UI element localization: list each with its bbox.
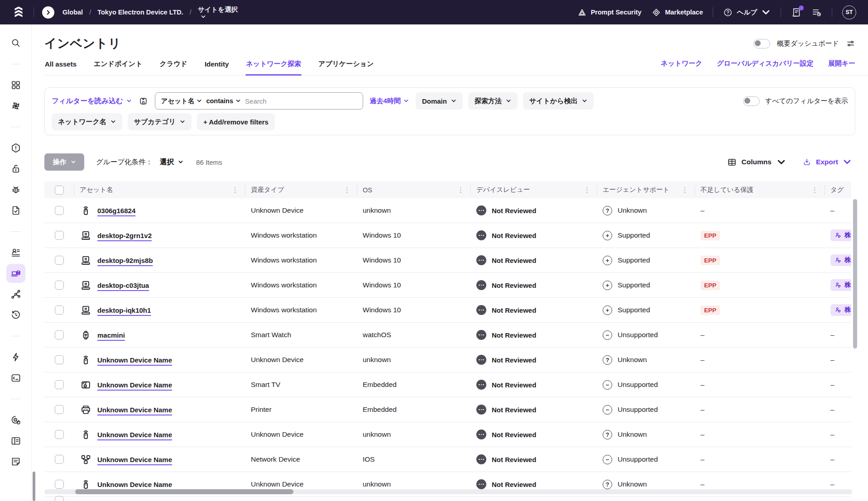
actions-button[interactable]: 操作	[44, 153, 84, 171]
column-menu-kebab-icon[interactable]: ⋮	[231, 186, 240, 193]
sidebar-item-hexalert[interactable]	[6, 138, 25, 157]
row-checkbox[interactable]	[55, 330, 64, 339]
user-avatar[interactable]: ST	[842, 5, 856, 19]
help-menu[interactable]: ヘルプ	[723, 8, 771, 17]
row-checkbox[interactable]	[55, 281, 64, 290]
row-checkbox[interactable]	[55, 496, 64, 501]
quick-link[interactable]: ネットワーク	[661, 59, 702, 68]
prompt-security-button[interactable]: Prompt Security	[577, 8, 642, 17]
horizontal-scrollbar[interactable]	[44, 489, 852, 494]
asset-name-link[interactable]: desktop-2grn1v2	[97, 232, 152, 239]
sidebar-item-history[interactable]	[6, 305, 25, 324]
page-settings-button[interactable]	[846, 39, 855, 48]
app-logo-icon[interactable]	[12, 5, 25, 19]
add-remove-filters-button[interactable]: + Add/remove filters	[197, 113, 275, 130]
search-input[interactable]	[245, 97, 357, 105]
sidebar-item-inventory[interactable]	[6, 264, 25, 283]
sidebar-item-network[interactable]	[6, 285, 25, 304]
asset-name-link[interactable]: desktop-92mjs8b	[97, 257, 153, 264]
quick-link[interactable]: 展開キー	[828, 59, 855, 68]
sidebar-item-search[interactable]	[6, 33, 25, 52]
tag-chip[interactable]: 株	[830, 254, 851, 266]
activity-log-button[interactable]	[811, 7, 822, 18]
load-filter-dropdown[interactable]: フィルターを読み込む	[52, 96, 132, 106]
sidebar-item-grid[interactable]	[6, 76, 25, 95]
filter-chip-サイトから検出[interactable]: サイトから検出	[523, 92, 594, 110]
asset-name-link[interactable]: Unknown Device Name	[97, 481, 172, 488]
device-review-link[interactable]: Not Reviewed	[492, 356, 536, 364]
overview-dashboard-toggle[interactable]	[753, 39, 770, 48]
asset-name-link[interactable]: Unknown Device Name	[97, 456, 172, 463]
export-button[interactable]: Export	[802, 157, 852, 167]
device-review-link[interactable]: Not Reviewed	[492, 481, 536, 488]
row-checkbox[interactable]	[55, 380, 64, 389]
asset-name-link[interactable]: Unknown Device Name	[97, 356, 172, 364]
columns-button[interactable]: Columns	[727, 157, 786, 167]
device-review-link[interactable]: Not Reviewed	[492, 257, 536, 264]
device-review-link[interactable]: Not Reviewed	[492, 406, 536, 414]
asset-name-link[interactable]: Unknown Device Name	[97, 406, 172, 414]
filter-chip-ネットワーク名[interactable]: ネットワーク名	[52, 113, 122, 130]
sidebar-item-radar[interactable]	[6, 410, 25, 429]
sidebar-item-pin[interactable]	[6, 96, 25, 115]
group-by-dropdown[interactable]: 選択	[160, 157, 183, 167]
tab-Identity[interactable]: Identity	[204, 57, 229, 75]
row-checkbox[interactable]	[55, 355, 64, 364]
select-all-checkbox[interactable]	[55, 186, 64, 195]
sidebar-item-personlines[interactable]	[6, 243, 25, 262]
quick-link[interactable]: グローバルディスカバリー設定	[717, 59, 814, 68]
device-review-link[interactable]: Not Reviewed	[492, 381, 536, 389]
sidebar-item-note[interactable]	[6, 452, 25, 471]
sidebar-scrollbar-thumb[interactable]	[33, 472, 35, 501]
tag-chip[interactable]: 株	[830, 229, 851, 241]
column-menu-kebab-icon[interactable]: ⋮	[343, 186, 351, 193]
show-all-filters-toggle[interactable]	[743, 96, 760, 106]
row-checkbox[interactable]	[55, 305, 64, 315]
sidebar-item-card[interactable]	[6, 431, 25, 450]
row-checkbox[interactable]	[55, 455, 64, 464]
sidebar-item-lockalert[interactable]	[6, 159, 25, 178]
tab-エンドポイント[interactable]: エンドポイント	[93, 57, 143, 75]
filter-chip-サブカテゴリ[interactable]: サブカテゴリ	[128, 113, 192, 130]
sidebar-item-bug[interactable]	[6, 180, 25, 199]
asset-name-link[interactable]: desktop-c03jtua	[97, 282, 149, 289]
device-review-link[interactable]: Not Reviewed	[492, 207, 536, 215]
device-review-link[interactable]: Not Reviewed	[492, 232, 536, 239]
device-review-link[interactable]: Not Reviewed	[492, 282, 536, 289]
save-filter-button[interactable]	[139, 96, 148, 106]
tag-chip[interactable]: 株	[830, 279, 851, 291]
asset-name-link[interactable]: macmini	[97, 331, 125, 339]
asset-name-link[interactable]: Unknown Device Name	[97, 381, 172, 389]
sidebar-item-terminal[interactable]	[6, 368, 25, 387]
filter-chip-Domain[interactable]: Domain	[416, 92, 463, 110]
scope-expand-button[interactable]	[42, 6, 54, 19]
time-range-dropdown[interactable]: 過去4時間	[370, 97, 409, 105]
filter-chip-探索方法[interactable]: 探索方法	[468, 92, 518, 110]
search-field-dropdown[interactable]: アセット名	[161, 97, 202, 105]
tab-アプリケーション[interactable]: アプリケーション	[318, 57, 374, 75]
device-review-link[interactable]: Not Reviewed	[492, 431, 536, 439]
search-operator-dropdown[interactable]: contains	[206, 97, 241, 105]
row-checkbox[interactable]	[55, 206, 64, 215]
row-checkbox[interactable]	[55, 405, 64, 414]
sidebar-item-bolt[interactable]	[6, 348, 25, 367]
breadcrumb-item[interactable]: Tokyo Electron Device LTD.	[97, 9, 183, 16]
row-checkbox[interactable]	[55, 231, 64, 240]
asset-name-link[interactable]: Unknown Device Name	[97, 431, 172, 439]
sidebar-item-doccheck[interactable]	[6, 201, 25, 220]
device-review-link[interactable]: Not Reviewed	[492, 456, 536, 463]
device-review-link[interactable]: Not Reviewed	[492, 306, 536, 314]
device-review-link[interactable]: Not Reviewed	[492, 331, 536, 339]
column-menu-kebab-icon[interactable]: ⋮	[681, 186, 689, 193]
breadcrumb-item[interactable]: サイトを選択	[198, 5, 238, 19]
row-checkbox[interactable]	[55, 480, 64, 489]
asset-name-link[interactable]: 0306g16824	[97, 207, 135, 215]
row-checkbox[interactable]	[55, 256, 64, 265]
column-menu-kebab-icon[interactable]: ⋮	[456, 186, 465, 193]
vertical-scrollbar-thumb[interactable]	[853, 199, 857, 348]
tab-ネットワーク探索[interactable]: ネットワーク探索	[245, 57, 302, 75]
tab-All assets[interactable]: All assets	[44, 57, 77, 75]
tab-クラウド[interactable]: クラウド	[159, 57, 188, 75]
asset-name-link[interactable]: desktop-iqk10h1	[97, 306, 151, 314]
horizontal-scrollbar-thumb[interactable]	[75, 489, 293, 494]
